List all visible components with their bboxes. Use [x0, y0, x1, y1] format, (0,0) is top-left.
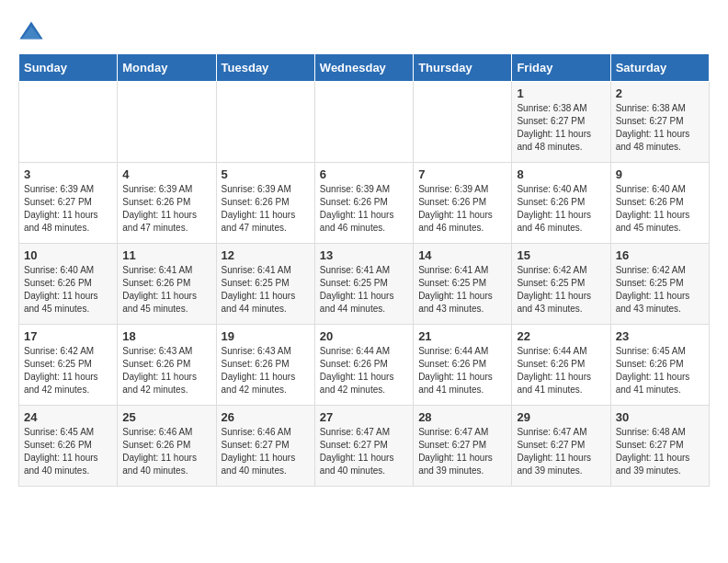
day-number: 15	[517, 248, 605, 262]
day-info: Sunrise: 6:44 AM Sunset: 6:26 PM Dayligh…	[320, 345, 408, 396]
day-info: Sunrise: 6:41 AM Sunset: 6:26 PM Dayligh…	[122, 264, 210, 316]
day-info: Sunrise: 6:38 AM Sunset: 6:27 PM Dayligh…	[616, 102, 704, 154]
calendar-day-cell: 4Sunrise: 6:39 AM Sunset: 6:26 PM Daylig…	[118, 163, 216, 244]
day-info: Sunrise: 6:40 AM Sunset: 6:26 PM Dayligh…	[24, 264, 112, 316]
day-number: 26	[222, 410, 310, 424]
day-number: 6	[320, 167, 408, 181]
day-info: Sunrise: 6:44 AM Sunset: 6:26 PM Dayligh…	[418, 345, 506, 396]
day-number: 16	[616, 248, 704, 262]
day-info: Sunrise: 6:42 AM Sunset: 6:25 PM Dayligh…	[24, 345, 112, 396]
day-info: Sunrise: 6:48 AM Sunset: 6:27 PM Dayligh…	[616, 426, 704, 477]
calendar-day-cell: 2Sunrise: 6:38 AM Sunset: 6:27 PM Daylig…	[610, 82, 709, 163]
day-number: 20	[320, 329, 408, 343]
calendar-day-cell: 20Sunrise: 6:44 AM Sunset: 6:26 PM Dayli…	[314, 325, 413, 406]
day-info: Sunrise: 6:41 AM Sunset: 6:25 PM Dayligh…	[418, 264, 506, 316]
calendar-empty-cell	[118, 82, 216, 163]
day-info: Sunrise: 6:45 AM Sunset: 6:26 PM Dayligh…	[616, 345, 704, 396]
day-number: 28	[418, 410, 506, 424]
day-number: 24	[24, 410, 112, 424]
page-header	[18, 18, 710, 44]
calendar-day-cell: 5Sunrise: 6:39 AM Sunset: 6:26 PM Daylig…	[216, 163, 314, 244]
calendar-day-cell: 30Sunrise: 6:48 AM Sunset: 6:27 PM Dayli…	[610, 406, 709, 487]
calendar-week-row: 10Sunrise: 6:40 AM Sunset: 6:26 PM Dayli…	[19, 244, 710, 325]
day-info: Sunrise: 6:43 AM Sunset: 6:26 PM Dayligh…	[222, 345, 310, 396]
calendar-empty-cell	[314, 82, 413, 163]
day-number: 17	[24, 329, 112, 343]
day-number: 7	[418, 167, 506, 181]
calendar-day-cell: 26Sunrise: 6:46 AM Sunset: 6:27 PM Dayli…	[216, 406, 314, 487]
calendar-header-row: SundayMondayTuesdayWednesdayThursdayFrid…	[19, 54, 710, 82]
header-monday: Monday	[118, 54, 216, 82]
calendar-week-row: 24Sunrise: 6:45 AM Sunset: 6:26 PM Dayli…	[19, 406, 710, 487]
calendar-empty-cell	[414, 82, 512, 163]
logo-icon	[18, 18, 44, 44]
calendar-day-cell: 8Sunrise: 6:40 AM Sunset: 6:26 PM Daylig…	[512, 163, 610, 244]
day-info: Sunrise: 6:42 AM Sunset: 6:25 PM Dayligh…	[517, 264, 605, 316]
day-info: Sunrise: 6:40 AM Sunset: 6:26 PM Dayligh…	[616, 183, 704, 235]
day-info: Sunrise: 6:47 AM Sunset: 6:27 PM Dayligh…	[517, 426, 605, 477]
calendar-day-cell: 19Sunrise: 6:43 AM Sunset: 6:26 PM Dayli…	[216, 325, 314, 406]
day-info: Sunrise: 6:40 AM Sunset: 6:26 PM Dayligh…	[517, 183, 605, 235]
day-number: 23	[616, 329, 704, 343]
calendar-day-cell: 18Sunrise: 6:43 AM Sunset: 6:26 PM Dayli…	[118, 325, 216, 406]
day-info: Sunrise: 6:41 AM Sunset: 6:25 PM Dayligh…	[320, 264, 408, 316]
calendar-week-row: 17Sunrise: 6:42 AM Sunset: 6:25 PM Dayli…	[19, 325, 710, 406]
day-info: Sunrise: 6:38 AM Sunset: 6:27 PM Dayligh…	[517, 102, 605, 154]
day-info: Sunrise: 6:42 AM Sunset: 6:25 PM Dayligh…	[616, 264, 704, 316]
calendar-empty-cell	[19, 82, 118, 163]
day-number: 1	[517, 86, 605, 100]
calendar-day-cell: 24Sunrise: 6:45 AM Sunset: 6:26 PM Dayli…	[19, 406, 118, 487]
calendar-table: SundayMondayTuesdayWednesdayThursdayFrid…	[18, 53, 710, 487]
day-number: 14	[418, 248, 506, 262]
day-number: 2	[616, 86, 704, 100]
day-info: Sunrise: 6:39 AM Sunset: 6:26 PM Dayligh…	[122, 183, 210, 235]
day-number: 27	[320, 410, 408, 424]
calendar-day-cell: 11Sunrise: 6:41 AM Sunset: 6:26 PM Dayli…	[118, 244, 216, 325]
day-info: Sunrise: 6:47 AM Sunset: 6:27 PM Dayligh…	[418, 426, 506, 477]
calendar-day-cell: 15Sunrise: 6:42 AM Sunset: 6:25 PM Dayli…	[512, 244, 610, 325]
calendar-day-cell: 27Sunrise: 6:47 AM Sunset: 6:27 PM Dayli…	[314, 406, 413, 487]
day-info: Sunrise: 6:47 AM Sunset: 6:27 PM Dayligh…	[320, 426, 408, 477]
calendar-day-cell: 7Sunrise: 6:39 AM Sunset: 6:26 PM Daylig…	[414, 163, 512, 244]
calendar-day-cell: 3Sunrise: 6:39 AM Sunset: 6:27 PM Daylig…	[19, 163, 118, 244]
day-number: 29	[517, 410, 605, 424]
header-friday: Friday	[512, 54, 610, 82]
calendar-day-cell: 10Sunrise: 6:40 AM Sunset: 6:26 PM Dayli…	[19, 244, 118, 325]
header-saturday: Saturday	[610, 54, 709, 82]
calendar-day-cell: 21Sunrise: 6:44 AM Sunset: 6:26 PM Dayli…	[414, 325, 512, 406]
day-number: 19	[222, 329, 310, 343]
calendar-day-cell: 25Sunrise: 6:46 AM Sunset: 6:26 PM Dayli…	[118, 406, 216, 487]
day-info: Sunrise: 6:41 AM Sunset: 6:25 PM Dayligh…	[222, 264, 310, 316]
day-number: 21	[418, 329, 506, 343]
calendar-day-cell: 14Sunrise: 6:41 AM Sunset: 6:25 PM Dayli…	[414, 244, 512, 325]
day-number: 25	[122, 410, 210, 424]
header-wednesday: Wednesday	[314, 54, 413, 82]
day-number: 11	[122, 248, 210, 262]
calendar-day-cell: 16Sunrise: 6:42 AM Sunset: 6:25 PM Dayli…	[610, 244, 709, 325]
day-info: Sunrise: 6:46 AM Sunset: 6:27 PM Dayligh…	[222, 426, 310, 477]
calendar-empty-cell	[216, 82, 314, 163]
day-info: Sunrise: 6:43 AM Sunset: 6:26 PM Dayligh…	[122, 345, 210, 396]
day-number: 4	[122, 167, 210, 181]
day-number: 9	[616, 167, 704, 181]
day-number: 5	[222, 167, 310, 181]
day-number: 12	[222, 248, 310, 262]
day-info: Sunrise: 6:39 AM Sunset: 6:26 PM Dayligh…	[222, 183, 310, 235]
day-number: 30	[616, 410, 704, 424]
day-info: Sunrise: 6:45 AM Sunset: 6:26 PM Dayligh…	[24, 426, 112, 477]
day-number: 8	[517, 167, 605, 181]
calendar-day-cell: 17Sunrise: 6:42 AM Sunset: 6:25 PM Dayli…	[19, 325, 118, 406]
calendar-day-cell: 1Sunrise: 6:38 AM Sunset: 6:27 PM Daylig…	[512, 82, 610, 163]
day-number: 10	[24, 248, 112, 262]
day-info: Sunrise: 6:39 AM Sunset: 6:27 PM Dayligh…	[24, 183, 112, 235]
calendar-week-row: 3Sunrise: 6:39 AM Sunset: 6:27 PM Daylig…	[19, 163, 710, 244]
calendar-day-cell: 22Sunrise: 6:44 AM Sunset: 6:26 PM Dayli…	[512, 325, 610, 406]
header-thursday: Thursday	[414, 54, 512, 82]
calendar-day-cell: 28Sunrise: 6:47 AM Sunset: 6:27 PM Dayli…	[414, 406, 512, 487]
calendar-day-cell: 12Sunrise: 6:41 AM Sunset: 6:25 PM Dayli…	[216, 244, 314, 325]
calendar-day-cell: 9Sunrise: 6:40 AM Sunset: 6:26 PM Daylig…	[610, 163, 709, 244]
logo	[18, 18, 48, 44]
day-info: Sunrise: 6:39 AM Sunset: 6:26 PM Dayligh…	[320, 183, 408, 235]
day-number: 18	[122, 329, 210, 343]
header-sunday: Sunday	[19, 54, 118, 82]
